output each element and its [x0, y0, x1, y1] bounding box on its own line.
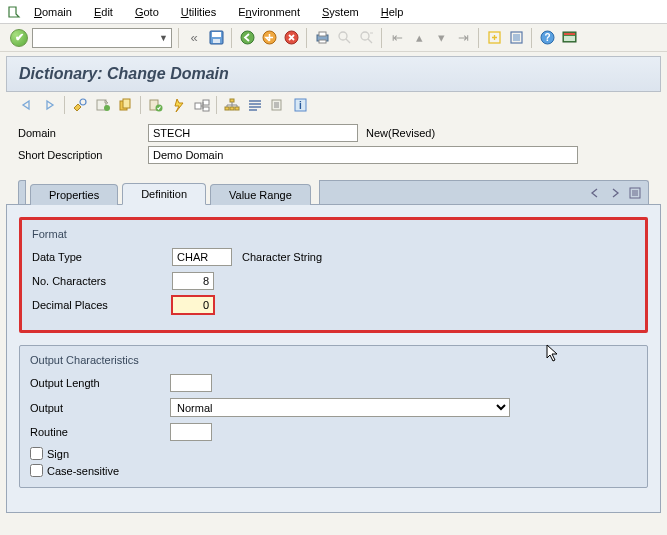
domain-field[interactable]: [148, 124, 358, 142]
chevron-left-icon[interactable]: «: [185, 29, 203, 47]
output-title: Output Characteristics: [30, 354, 637, 366]
output-label: Output: [30, 402, 170, 414]
datatype-label: Data Type: [32, 251, 172, 263]
prev-object-icon[interactable]: [18, 97, 35, 114]
header-form: Domain New(Revised) Short Description: [6, 118, 661, 172]
menu-help[interactable]: Help: [371, 3, 414, 21]
svg-rect-27: [203, 100, 209, 105]
svg-rect-13: [513, 34, 520, 41]
outlength-label: Output Length: [30, 377, 170, 389]
next-page-icon: ▾: [432, 29, 450, 47]
first-page-icon: ⇤: [388, 29, 406, 47]
tab-list-icon[interactable]: [628, 186, 642, 200]
save-icon[interactable]: [207, 29, 225, 47]
tab-definition[interactable]: Definition: [122, 183, 206, 205]
tab-lead: [18, 180, 26, 204]
tab-valuerange[interactable]: Value Range: [210, 184, 311, 205]
where-used-icon[interactable]: [193, 97, 210, 114]
menu-edit[interactable]: Edit: [84, 3, 123, 21]
shortcut-icon[interactable]: [507, 29, 525, 47]
format-title: Format: [32, 228, 635, 240]
decimals-label: Decimal Places: [32, 299, 172, 311]
case-checkbox[interactable]: [30, 464, 43, 477]
decimals-field[interactable]: [172, 296, 214, 314]
svg-rect-23: [123, 99, 130, 108]
cancel-icon[interactable]: [282, 29, 300, 47]
menu-utilities[interactable]: Utilities: [171, 3, 226, 21]
activate-icon[interactable]: [170, 97, 187, 114]
outlength-field[interactable]: [170, 374, 212, 392]
shortdesc-field[interactable]: [148, 146, 578, 164]
exit-icon[interactable]: [260, 29, 278, 47]
tab-properties[interactable]: Properties: [30, 184, 118, 205]
svg-point-3: [241, 31, 254, 44]
svg-rect-29: [230, 99, 234, 102]
tab-scroll-right-icon[interactable]: [608, 186, 622, 200]
print-icon[interactable]: [313, 29, 331, 47]
menu-bar: Domain Edit Goto Utilities Environment S…: [0, 0, 667, 24]
datatype-field[interactable]: [172, 248, 232, 266]
svg-rect-28: [203, 107, 209, 111]
svg-text:i: i: [299, 100, 302, 111]
back-icon[interactable]: [238, 29, 256, 47]
svg-rect-32: [235, 107, 239, 110]
routine-field[interactable]: [170, 423, 212, 441]
app-menu-icon[interactable]: [6, 4, 22, 20]
tab-strip: Properties Definition Value Range: [6, 180, 661, 205]
help-icon[interactable]: ?: [538, 29, 556, 47]
svg-rect-1: [212, 32, 221, 37]
display-change-icon[interactable]: [71, 97, 88, 114]
list-icon[interactable]: [246, 97, 263, 114]
tab-body: Format Data Type Character String No. Ch…: [6, 205, 661, 513]
command-field[interactable]: ▼: [32, 28, 172, 48]
svg-point-9: [339, 32, 347, 40]
page-header: Dictionary: Change Domain: [6, 56, 661, 92]
menu-domain[interactable]: Domain: [24, 3, 82, 21]
svg-point-21: [104, 105, 110, 111]
output-select[interactable]: Normal: [170, 398, 510, 417]
output-group: Output Characteristics Output Length Out…: [19, 345, 648, 488]
tab-scroll-area: [319, 180, 649, 204]
domain-label: Domain: [18, 127, 148, 139]
sign-label: Sign: [47, 448, 69, 460]
layout-icon[interactable]: [560, 29, 578, 47]
svg-text:?: ?: [544, 32, 550, 43]
nochars-label: No. Characters: [32, 275, 172, 287]
svg-rect-26: [195, 103, 201, 109]
application-toolbar: i: [6, 92, 661, 118]
find-icon: [335, 29, 353, 47]
svg-rect-30: [225, 107, 229, 110]
copy-icon[interactable]: [117, 97, 134, 114]
svg-rect-31: [230, 107, 234, 110]
domain-status: New(Revised): [366, 127, 435, 139]
nochars-field[interactable]: [172, 272, 214, 290]
find-next-icon: [357, 29, 375, 47]
check-icon[interactable]: [147, 97, 164, 114]
case-label: Case-sensitive: [47, 465, 119, 477]
svg-rect-2: [213, 39, 220, 43]
sign-checkbox[interactable]: [30, 447, 43, 460]
new-session-icon[interactable]: [485, 29, 503, 47]
standard-toolbar: ✔ ▼ « ⇤ ▴ ▾ ⇥ ?: [0, 24, 667, 52]
last-page-icon: ⇥: [454, 29, 472, 47]
shortdesc-label: Short Description: [18, 149, 148, 161]
documentation-icon[interactable]: i: [292, 97, 309, 114]
menu-goto[interactable]: Goto: [125, 3, 169, 21]
menu-system[interactable]: System: [312, 3, 369, 21]
hierarchy-icon[interactable]: [223, 97, 240, 114]
prev-page-icon: ▴: [410, 29, 428, 47]
datatype-desc: Character String: [242, 251, 322, 263]
append-icon[interactable]: [269, 97, 286, 114]
dropdown-arrow-icon: ▼: [159, 33, 168, 43]
svg-rect-8: [319, 40, 326, 43]
tab-scroll-left-icon[interactable]: [588, 186, 602, 200]
svg-rect-7: [319, 32, 326, 36]
menu-environment[interactable]: Environment: [228, 3, 310, 21]
svg-point-10: [361, 32, 369, 40]
enter-button[interactable]: ✔: [10, 29, 28, 47]
other-object-icon[interactable]: [94, 97, 111, 114]
svg-rect-18: [564, 36, 575, 41]
routine-label: Routine: [30, 426, 170, 438]
format-group: Format Data Type Character String No. Ch…: [19, 217, 648, 333]
next-object-icon[interactable]: [41, 97, 58, 114]
